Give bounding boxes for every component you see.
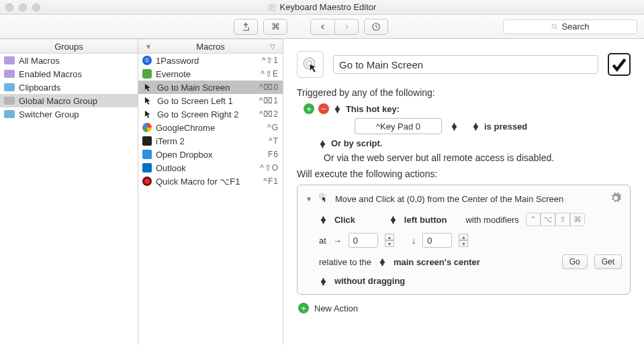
cursor-icon — [142, 82, 153, 93]
group-item[interactable]: Global Macro Group — [0, 94, 138, 107]
group-label: Switcher Group — [19, 109, 79, 119]
app-icon — [142, 177, 152, 186]
macro-item[interactable]: Go to Screen Left 1^⌧1 — [138, 94, 283, 107]
state-stepper[interactable]: ▲▼ — [471, 123, 480, 130]
macros-header[interactable]: ▼ Macros ▽ — [138, 39, 283, 54]
macro-shortcut: ^T — [269, 136, 279, 146]
back-button[interactable] — [310, 19, 334, 35]
macro-name-input[interactable] — [333, 55, 598, 74]
close-window-button[interactable] — [5, 3, 13, 11]
macro-shortcut: ^G — [267, 123, 279, 132]
group-item[interactable]: Enabled Macros — [0, 67, 138, 81]
macro-item[interactable]: Go to Main Screen^⌧0 — [138, 81, 283, 94]
relative-stepper[interactable]: ▲▼ — [378, 258, 387, 265]
macro-item[interactable]: GoogleChrome^G — [138, 121, 283, 134]
macro-item[interactable]: Quick Macro for ⌥F1^F1 — [138, 175, 283, 188]
app-icon: ① — [142, 56, 152, 65]
macro-label: Go to Screen Right 2 — [157, 109, 238, 119]
group-label: Global Macro Group — [19, 96, 97, 106]
macro-item[interactable]: Outlook^⇧O — [138, 161, 283, 175]
hotkey-field[interactable]: ^Key Pad 0 — [355, 118, 442, 134]
sort-indicator-icon: ▼ — [138, 43, 158, 50]
button-stepper[interactable]: ▲▼ — [389, 216, 398, 223]
trigger-type[interactable]: This hot key: — [346, 104, 400, 114]
groups-header[interactable]: Groups — [0, 39, 138, 54]
hotkey-state[interactable]: is pressed — [484, 121, 527, 132]
or-by-script[interactable]: Or by script. — [331, 138, 383, 148]
nav-back-forward — [310, 19, 359, 35]
macro-label: 1Password — [156, 56, 199, 66]
click-button[interactable]: left button — [404, 215, 447, 225]
drag-option[interactable]: without dragging — [334, 276, 405, 286]
hotkey-stepper[interactable]: ▲▼ — [450, 123, 459, 130]
folder-icon — [4, 110, 15, 118]
folder-icon — [4, 56, 15, 64]
trigger-heading: Triggered by any of the following: — [297, 87, 631, 98]
remove-trigger-button[interactable]: − — [318, 103, 329, 114]
folder-icon — [4, 83, 15, 91]
titlebar: Keyboard Maestro Editor — [0, 0, 644, 15]
groups-panel: Groups All MacrosEnabled MacrosClipboard… — [0, 39, 138, 345]
share-button[interactable] — [234, 19, 258, 35]
macro-label: Go to Main Screen — [157, 83, 230, 93]
search-input[interactable]: Search — [503, 19, 637, 34]
macros-panel: ▼ Macros ▽ ①1Password^⇧1Evernote^⇧EGo to… — [138, 39, 283, 345]
add-trigger-button[interactable]: + — [304, 103, 314, 114]
drag-stepper[interactable]: ▲▼ — [319, 278, 328, 285]
macro-item[interactable]: iTerm 2^T — [138, 134, 283, 148]
group-item[interactable]: All Macros — [0, 54, 138, 67]
group-item[interactable]: Switcher Group — [0, 107, 138, 121]
get-button[interactable]: Get — [594, 254, 622, 269]
plus-icon: + — [298, 303, 309, 313]
y-field[interactable] — [422, 233, 452, 248]
macro-item[interactable]: ①1Password^⇧1 — [138, 54, 283, 67]
modifier-ctrl[interactable]: ⌃ — [526, 213, 541, 226]
go-button[interactable]: Go — [562, 254, 588, 269]
script-stepper[interactable]: ▲▼ — [318, 140, 327, 147]
group-item[interactable]: Clipboards — [0, 81, 138, 94]
minimize-window-button[interactable] — [19, 3, 27, 11]
macro-item[interactable]: Go to Screen Right 2^⌧2 — [138, 107, 283, 121]
group-label: Enabled Macros — [19, 69, 82, 79]
action-title: Move and Click at (0,0) from the Center … — [335, 194, 563, 204]
modifier-option[interactable]: ⌥ — [541, 213, 555, 226]
arrow-down-icon: ↓ — [412, 236, 416, 246]
detail-panel: Triggered by any of the following: + − ▲… — [283, 39, 644, 345]
webserver-note: Or via the web server but all remote acc… — [324, 152, 631, 163]
relative-label: relative to the — [319, 257, 371, 267]
modifier-shift[interactable]: ⇧ — [555, 213, 570, 226]
disclosure-triangle-icon[interactable]: ▼ — [306, 195, 312, 203]
relative-value[interactable]: main screen's center — [394, 257, 480, 267]
macro-enabled-checkbox[interactable] — [608, 53, 631, 76]
action-block[interactable]: ▼ Move and Click at (0,0) from the Cente… — [297, 185, 631, 295]
y-stepper[interactable]: ▲▼ — [459, 234, 468, 247]
macro-shortcut: ^⇧O — [260, 163, 279, 172]
zoom-window-button[interactable] — [32, 3, 40, 11]
macro-label: iTerm 2 — [156, 136, 185, 146]
action-cursor-icon — [318, 192, 330, 206]
group-label: All Macros — [19, 56, 60, 66]
click-type-stepper[interactable]: ▲▼ — [319, 216, 328, 223]
app-icon — [142, 69, 152, 79]
stepper-icon[interactable]: ▲▼ — [333, 105, 342, 112]
action-gear-icon[interactable] — [610, 192, 622, 206]
app-icon — [142, 123, 152, 132]
at-label: at — [319, 236, 326, 246]
x-stepper[interactable]: ▲▼ — [385, 234, 394, 247]
forward-button[interactable] — [334, 19, 359, 35]
x-field[interactable] — [349, 233, 378, 248]
macro-item[interactable]: Evernote^⇧E — [138, 67, 283, 81]
history-button[interactable] — [364, 19, 388, 35]
svg-point-2 — [552, 24, 556, 28]
command-button[interactable]: ⌘ — [263, 19, 287, 35]
new-action-button[interactable]: + New Action — [298, 303, 631, 313]
macro-label: Quick Macro for ⌥F1 — [156, 177, 240, 187]
click-type[interactable]: Click — [334, 215, 355, 225]
modifier-cmd[interactable]: ⌘ — [570, 213, 585, 226]
macro-shortcut: ^⌧0 — [259, 83, 279, 92]
arrow-right-icon: → — [333, 236, 342, 246]
macro-label: Outlook — [156, 163, 186, 173]
macro-icon[interactable] — [297, 51, 324, 78]
actions-heading: Will execute the following actions: — [297, 168, 631, 179]
macro-item[interactable]: Open DropboxF6 — [138, 148, 283, 161]
